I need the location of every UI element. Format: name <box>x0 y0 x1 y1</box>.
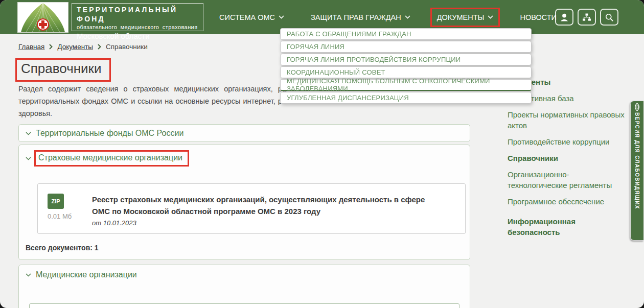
dropdown-item-label: МЕДИЦИНСКАЯ ПОМОЩЬ БОЛЬНЫМ С ОНКОЛОГИЧЕС… <box>287 77 531 92</box>
breadcrumb-link-dokumenty[interactable]: Документы <box>57 43 93 51</box>
document-text-column: Реестр страховых медицинских организаций… <box>92 194 445 227</box>
dropdown-item-obrashcheniya[interactable]: РАБОТА С ОБРАЩЕНИЯМИ ГРАЖДАН <box>280 28 532 40</box>
nav-item-sistema-oms[interactable]: СИСТЕМА ОМС <box>213 8 291 27</box>
document-card-reestr-smo[interactable]: ZIP 0.01 Мб Реестр страховых медицинских… <box>37 183 466 234</box>
accordion-strakhovye-org: Страховые медицинские организации ZIP 0.… <box>18 145 470 260</box>
chevron-down-icon <box>279 15 284 19</box>
accessibility-version-tab[interactable]: ВЕРСИЯ ДЛЯ СЛАБОВИДЯЩИХ <box>630 101 643 241</box>
fund-title-box: ТЕРРИТОРИАЛЬНЫЙ ФОНД обязательного медиц… <box>72 3 203 31</box>
breadcrumb-current: Справочники <box>106 43 148 51</box>
header-icon-buttons <box>555 9 618 26</box>
page-title-highlight: Справочники <box>15 58 111 82</box>
dropdown-item-goryachaya-liniya[interactable]: ГОРЯЧАЯ ЛИНИЯ <box>280 41 532 53</box>
zip-file-icon: ZIP <box>48 194 64 209</box>
dropdown-item-label: ГОРЯЧАЯ ЛИНИЯ ПРОТИВОДЕЙСТВИЯ КОРРУПЦИИ <box>287 56 461 63</box>
nav-label: ЗАЩИТА ПРАВ ГРАЖДАН <box>311 13 401 21</box>
accordion-label: Территориальные фонды ОМС России <box>36 129 183 138</box>
sidebar-item-informatsionnaya-bezopasnost[interactable]: Информационная безопасность <box>508 216 626 238</box>
section-description: Раздел содержит сведения о страховых мед… <box>18 83 286 120</box>
sidebar-item-reglamenty[interactable]: Организационно- технологические регламен… <box>508 169 626 191</box>
nav-label: НОВОСТИ <box>520 13 557 21</box>
nav-item-zashchita-prav[interactable]: ЗАЩИТА ПРАВ ГРАЖДАН <box>304 8 417 27</box>
fund-title-line1: ТЕРРИТОРИАЛЬНЫЙ ФОНД <box>77 5 203 23</box>
dropdown-item-liniya-korruptsii[interactable]: ГОРЯЧАЯ ЛИНИЯ ПРОТИВОДЕЙСТВИЯ КОРРУПЦИИ <box>280 54 532 65</box>
accordion-meditsinskie-org: Медицинские организации <box>18 265 470 308</box>
dropdown-item-onkologiya[interactable]: МЕДИЦИНСКАЯ ПОМОЩЬ БОЛЬНЫМ С ОНКОЛОГИЧЕС… <box>280 79 532 91</box>
dropdown-item-label: РАБОТА С ОБРАЩЕНИЯМИ ГРАЖДАН <box>287 30 411 38</box>
document-card-inner: ZIP 0.01 Мб Реестр страховых медицинских… <box>38 184 465 227</box>
accordion-header[interactable]: Страховые медицинские организации <box>19 145 470 167</box>
search-icon[interactable] <box>600 9 618 26</box>
documents-total-label: Всего документов: 1 <box>26 244 99 252</box>
document-size: 0.01 Мб <box>48 212 92 220</box>
chevron-down-icon <box>488 15 493 19</box>
breadcrumb-link-glavnaya[interactable]: Главная <box>18 43 44 51</box>
description-line: здоровья. <box>18 107 286 120</box>
nav-label: СИСТЕМА ОМС <box>219 13 275 21</box>
description-line: территориальных фондах ОМС и ссылки на о… <box>18 95 286 107</box>
dropdown-item-label: УГЛУБЛЕННАЯ ДИСПАНСЕРИЗАЦИЯ <box>287 94 409 102</box>
accordion-header[interactable]: Территориальные фонды ОМС России <box>19 125 470 138</box>
accessibility-tab-label: ВЕРСИЯ ДЛЯ СЛАБОВИДЯЩИХ <box>634 112 640 209</box>
chevron-down-icon <box>405 15 410 19</box>
fund-logo[interactable] <box>17 2 68 33</box>
chevron-down-icon <box>26 273 31 277</box>
fund-title-line2: обязательного медицинского страхования <box>77 23 203 31</box>
sidebar-item-spravochniki[interactable]: Справочники <box>508 153 626 163</box>
sidebar-item-programmnoe-obespechenie[interactable]: Программное обеспечение <box>508 196 626 207</box>
nav-item-dokumenty[interactable]: ДОКУМЕНТЫ <box>430 8 500 27</box>
user-icon[interactable] <box>555 9 573 26</box>
chevron-right-icon <box>49 44 53 50</box>
breadcrumb: Главная Документы Справочники <box>18 43 148 51</box>
sitemap-icon[interactable] <box>578 9 596 26</box>
document-card-partial[interactable] <box>29 303 459 308</box>
eye-icon <box>634 103 640 111</box>
chevron-down-icon <box>26 157 31 160</box>
document-title: Реестр страховых медицинских организаций… <box>92 194 445 217</box>
fund-title-line3: Московской области <box>77 31 203 41</box>
dropdown-item-label: ГОРЯЧАЯ ЛИНИЯ <box>287 43 344 51</box>
accordion-header[interactable]: Медицинские организации <box>19 265 470 279</box>
document-file-column: ZIP 0.01 Мб <box>48 194 92 227</box>
chevron-down-icon <box>26 132 31 135</box>
accordion-label: Медицинские организации <box>36 270 137 279</box>
document-date: от 10.01.2023 <box>92 219 445 227</box>
sidebar-item-protivodeystvie-korruptsii[interactable]: Противодействие коррупции <box>508 136 626 147</box>
page-title: Справочники <box>21 61 102 77</box>
accordion-label-highlight: Страховые медицинские организации <box>34 150 189 167</box>
nav-label: ДОКУМЕНТЫ <box>437 13 485 21</box>
page: ТЕРРИТОРИАЛЬНЫЙ ФОНД обязательного медиц… <box>0 0 644 308</box>
documents-dropdown-menu: РАБОТА С ОБРАЩЕНИЯМИ ГРАЖДАН ГОРЯЧАЯ ЛИН… <box>280 28 532 105</box>
accordion-terfondy-oms: Территориальные фонды ОМС России <box>18 124 470 142</box>
chevron-right-icon <box>98 44 101 50</box>
accordion-label: Страховые медицинские организации <box>38 153 182 162</box>
description-line: Раздел содержит сведения о страховых мед… <box>18 83 286 95</box>
dropdown-item-dispanserizatsiya[interactable]: УГЛУБЛЕННАЯ ДИСПАНСЕРИЗАЦИЯ <box>280 92 532 104</box>
sidebar-item-proekty-npa[interactable]: Проекты нормативных правовых актов <box>508 109 626 131</box>
dropdown-item-label: КООРДИНАЦИОННЫЙ СОВЕТ <box>287 68 385 76</box>
dropdown-item-koordinatsionny-sovet[interactable]: КООРДИНАЦИОННЫЙ СОВЕТ <box>280 66 532 78</box>
dome-cross-icon <box>18 3 68 32</box>
